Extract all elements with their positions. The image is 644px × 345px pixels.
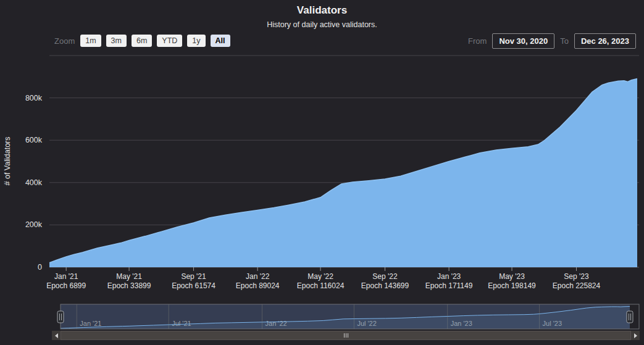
y-axis-tick-label: 600k — [25, 136, 43, 144]
x-axis-date-label: Jan '23 — [437, 272, 461, 281]
x-axis-epoch-label: Epoch 225824 — [553, 281, 601, 290]
y-axis-tick-label: 800k — [25, 94, 43, 102]
y-axis-title: # of Validators — [3, 137, 12, 186]
scrollbar-grip-icon — [344, 333, 345, 338]
x-axis-epoch-label: Epoch 33899 — [107, 281, 151, 290]
scrollbar-left-arrow-button[interactable] — [52, 331, 61, 340]
x-axis-date-label: Sep '21 — [181, 272, 206, 281]
validators-area-series[interactable] — [49, 78, 637, 267]
x-axis-epoch-label: Epoch 171149 — [425, 281, 473, 290]
scrollbar-thumb[interactable] — [61, 331, 631, 340]
x-axis-date-label: May '21 — [116, 272, 142, 281]
chart-canvas[interactable]: 0200k400k600k800kJan '21Epoch 6899May '2… — [0, 0, 644, 331]
x-axis-date-label: Jan '21 — [54, 272, 78, 281]
left-arrow-icon — [55, 333, 58, 338]
x-axis-epoch-label: Epoch 143699 — [361, 281, 409, 290]
scrollbar-right-arrow-button[interactable] — [631, 331, 640, 340]
x-axis-date-label: May '22 — [307, 272, 333, 281]
scrollbar-grip-icon — [348, 333, 348, 338]
y-axis-tick-label: 200k — [25, 220, 43, 229]
x-axis-date-label: Jan '22 — [246, 272, 270, 281]
x-axis-epoch-label: Epoch 6899 — [46, 281, 86, 290]
scrollbar-grip-icon — [346, 333, 346, 338]
x-axis-epoch-label: Epoch 198149 — [488, 281, 536, 290]
x-axis-epoch-label: Epoch 61574 — [172, 281, 215, 290]
validators-chart-page: Validators History of daily active valid… — [0, 0, 644, 345]
navigator-right-handle[interactable] — [627, 311, 633, 323]
navigator-left-handle[interactable] — [57, 311, 64, 323]
y-axis-tick-label: 400k — [25, 178, 43, 187]
x-axis-date-label: Sep '22 — [372, 272, 398, 281]
y-axis-tick-label: 0 — [38, 263, 42, 272]
right-arrow-icon — [634, 333, 637, 338]
x-axis-epoch-label: Epoch 89024 — [236, 281, 280, 290]
scrollbar-track[interactable] — [61, 331, 631, 340]
x-axis-date-label: May '23 — [499, 272, 525, 281]
navigator-date-label: Jan '21 — [80, 320, 101, 327]
x-axis-epoch-label: Epoch 116024 — [297, 281, 345, 290]
scrollbar[interactable] — [52, 331, 640, 340]
x-axis-date-label: Sep '23 — [564, 272, 589, 281]
